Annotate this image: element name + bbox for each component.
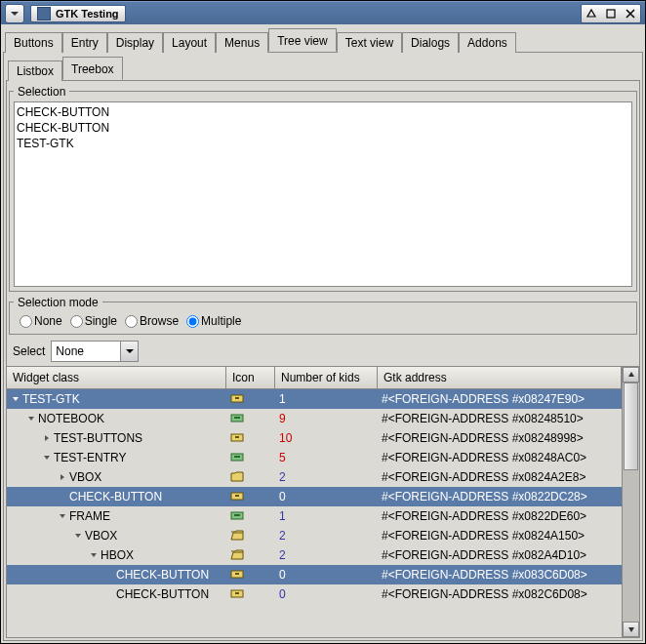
main-tab-content: ListboxTreebox Selection CHECK-BUTTONCHE… [3, 52, 643, 641]
tree-row-kids: 0 [279, 568, 382, 582]
triangle-up-icon [627, 371, 635, 379]
radio-input-browse[interactable] [125, 315, 138, 328]
window-title: GTK Testing [56, 8, 119, 20]
tree-row[interactable]: CHECK-BUTTON0#<FOREIGN-ADDRESS #x082C6D0… [7, 584, 622, 604]
folder-icon [230, 470, 244, 485]
client-area: ButtonsEntryDisplayLayoutMenusTree viewT… [1, 24, 645, 643]
radio-none[interactable]: None [20, 314, 62, 328]
tree-scroll-area: Widget class Icon Number of kids Gtk add… [7, 367, 622, 637]
svg-rect-10 [235, 495, 239, 497]
drawer-icon [230, 490, 244, 504]
tree-row-label: VBOX [85, 529, 117, 543]
tree-row[interactable]: CHECK-BUTTON0#<FOREIGN-ADDRESS #x0822DC2… [7, 487, 622, 506]
tab-text-view[interactable]: Text view [337, 32, 402, 53]
tree-row[interactable]: NOTEBOOK9#<FOREIGN-ADDRESS #x08248510> [7, 409, 622, 428]
col-address[interactable]: Gtk address [378, 367, 622, 388]
select-combo-dropdown[interactable] [120, 342, 138, 361]
svg-rect-4 [234, 417, 240, 419]
scroll-up-button[interactable] [623, 367, 639, 382]
tree-row[interactable]: TEST-BUTTONS10#<FOREIGN-ADDRESS #x082489… [7, 428, 622, 448]
titlebar[interactable]: GTK Testing [1, 1, 645, 24]
tab-entry[interactable]: Entry [62, 32, 107, 53]
selection-item[interactable]: TEST-GTK [17, 136, 629, 151]
tree-row[interactable]: VBOX2#<FOREIGN-ADDRESS #x0824A150> [7, 526, 622, 545]
tree-expander[interactable] [73, 532, 83, 540]
title-box: GTK Testing [30, 5, 126, 22]
tree-expander[interactable] [58, 473, 67, 481]
square-icon [605, 8, 617, 20]
radio-input-single[interactable] [70, 315, 83, 328]
tree-row-label: VBOX [69, 470, 101, 484]
tree-row[interactable]: TEST-GTK1#<FOREIGN-ADDRESS #x08247E90> [7, 389, 622, 409]
tree-row-icon-cell [230, 509, 279, 524]
tree-row-address: #<FOREIGN-ADDRESS #x0822DE60> [382, 509, 622, 523]
col-icon[interactable]: Icon [226, 367, 275, 388]
tree-row[interactable]: FRAME1#<FOREIGN-ADDRESS #x0822DE60> [7, 506, 622, 526]
folder-open-icon [230, 548, 244, 563]
tree-row-label: TEST-BUTTONS [54, 431, 142, 445]
selection-mode-radios: NoneSingleBrowseMultiple [14, 312, 632, 330]
drawer-open-icon [230, 412, 244, 426]
tree-row[interactable]: HBOX2#<FOREIGN-ADDRESS #x082A4D10> [7, 545, 622, 565]
tree-row-icon-cell [230, 451, 279, 465]
drawer-icon [230, 568, 244, 583]
tree-row-icon-cell [230, 490, 279, 504]
scroll-track[interactable] [623, 382, 639, 622]
tree-row-address: #<FOREIGN-ADDRESS #x08247E90> [382, 392, 622, 406]
tree-row[interactable]: VBOX2#<FOREIGN-ADDRESS #x0824A2E8> [7, 467, 622, 487]
tree-expander[interactable] [42, 454, 52, 462]
drawer-open-icon [230, 509, 244, 524]
tree-row[interactable]: TEST-ENTRY5#<FOREIGN-ADDRESS #x08248AC0> [7, 448, 622, 467]
tree-expander[interactable] [89, 551, 99, 559]
select-combo[interactable] [51, 341, 139, 362]
tree-expander[interactable] [11, 395, 20, 403]
col-kids[interactable]: Number of kids [275, 367, 378, 388]
selection-item[interactable]: CHECK-BUTTON [17, 120, 629, 136]
tree-expander[interactable] [26, 415, 36, 423]
triangle-up-icon [585, 8, 597, 20]
window-menu-button[interactable] [5, 4, 24, 23]
minimize-button[interactable] [583, 6, 600, 21]
scroll-down-button[interactable] [623, 622, 639, 637]
tree-row-kids: 1 [279, 509, 382, 523]
drawer-icon [230, 431, 244, 446]
radio-label: Browse [140, 314, 179, 328]
radio-browse[interactable]: Browse [125, 314, 179, 328]
svg-rect-6 [235, 436, 239, 438]
tree-row-label: CHECK-BUTTON [116, 568, 209, 582]
tree-row-kids: 9 [279, 412, 382, 425]
vertical-scrollbar[interactable] [622, 367, 639, 637]
tree-body[interactable]: TEST-GTK1#<FOREIGN-ADDRESS #x08247E90>NO… [7, 389, 622, 637]
select-combo-input[interactable] [52, 342, 120, 361]
maximize-button[interactable] [602, 6, 620, 21]
tree-row[interactable]: CHECK-BUTTON0#<FOREIGN-ADDRESS #x083C6D0… [7, 565, 622, 584]
col-widget-class[interactable]: Widget class [7, 367, 226, 388]
tab-tree-view[interactable]: Tree view [268, 28, 337, 52]
radio-input-multiple[interactable] [186, 315, 199, 328]
subtab-listbox[interactable]: Listbox [8, 60, 62, 81]
svg-rect-8 [234, 456, 240, 458]
tree-row-kids: 10 [279, 431, 382, 445]
tab-addons[interactable]: Addons [459, 32, 516, 53]
tab-display[interactable]: Display [107, 32, 163, 53]
radio-single[interactable]: Single [70, 314, 117, 328]
tab-buttons[interactable]: Buttons [5, 32, 62, 53]
selection-list[interactable]: CHECK-BUTTONCHECK-BUTTONTEST-GTK [14, 101, 632, 287]
tree-expander[interactable] [42, 434, 52, 442]
tree-row-label: TEST-ENTRY [54, 451, 126, 464]
tree-row-icon-cell [230, 392, 279, 407]
tab-dialogs[interactable]: Dialogs [402, 32, 459, 53]
tab-layout[interactable]: Layout [163, 32, 216, 53]
radio-input-none[interactable] [20, 315, 32, 328]
close-button[interactable] [622, 6, 639, 21]
radio-multiple[interactable]: Multiple [186, 314, 241, 328]
selection-item[interactable]: CHECK-BUTTON [17, 104, 629, 120]
tab-menus[interactable]: Menus [216, 32, 268, 53]
tree-expander[interactable] [58, 512, 67, 520]
drawer-icon [230, 392, 244, 407]
folder-open-icon [230, 529, 244, 543]
subtab-treebox[interactable]: Treebox [62, 57, 123, 80]
scroll-thumb[interactable] [624, 382, 638, 470]
tree-row-icon-cell [230, 587, 279, 602]
application-window: GTK Testing ButtonsEntryDisplayLayoutMen… [0, 0, 646, 644]
